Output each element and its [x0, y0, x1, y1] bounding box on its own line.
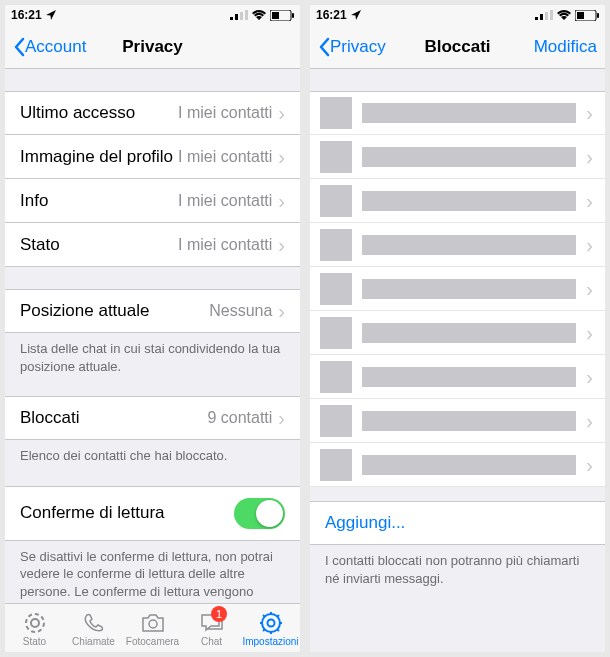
location-arrow-icon [351, 10, 361, 20]
back-button[interactable]: Privacy [318, 37, 386, 57]
svg-line-18 [263, 629, 265, 631]
chevron-right-icon: › [586, 455, 593, 475]
chevron-right-icon: › [278, 408, 285, 428]
blocked-contact-row[interactable]: › [310, 311, 605, 355]
name-placeholder [362, 455, 576, 475]
avatar-placeholder [320, 273, 352, 305]
avatar-placeholder [320, 361, 352, 393]
svg-rect-3 [245, 10, 248, 20]
svg-line-16 [263, 615, 265, 617]
blocked-contact-row[interactable]: › [310, 399, 605, 443]
chevron-left-icon [13, 37, 25, 57]
nav-bar: Privacy Bloccati Modifica [310, 25, 605, 69]
chevron-right-icon: › [278, 191, 285, 211]
avatar-placeholder [320, 229, 352, 261]
blocked-contact-row[interactable]: › [310, 135, 605, 179]
chevron-right-icon: › [586, 323, 593, 343]
battery-icon [575, 10, 599, 21]
blocked-list: ››››››››› [310, 91, 605, 487]
name-placeholder [362, 411, 576, 431]
tab-chats[interactable]: 1 Chat [182, 604, 241, 652]
add-contact-button[interactable]: Aggiungi... [310, 501, 605, 545]
tab-status[interactable]: Stato [5, 604, 64, 652]
blocked-contact-row[interactable]: › [310, 91, 605, 135]
avatar-placeholder [320, 405, 352, 437]
live-location-footer: Lista delle chat in cui stai condividend… [5, 333, 300, 382]
chevron-right-icon: › [278, 103, 285, 123]
tab-label: Chat [201, 636, 222, 647]
chevron-right-icon: › [586, 367, 593, 387]
signal-icon [535, 10, 553, 20]
camera-icon [140, 610, 166, 636]
back-button[interactable]: Account [13, 37, 86, 57]
svg-rect-6 [292, 13, 294, 18]
edit-button[interactable]: Modifica [534, 37, 597, 57]
row-read-receipts[interactable]: Conferme di lettura [5, 486, 300, 541]
chevron-right-icon: › [586, 235, 593, 255]
chevron-left-icon [318, 37, 330, 57]
battery-icon [270, 10, 294, 21]
cell-label: Immagine del profilo [20, 147, 178, 167]
tab-settings[interactable]: Impostazioni [241, 604, 300, 652]
content: ››››››››› Aggiungi... I contatti bloccat… [310, 69, 605, 652]
cell-label: Ultimo accesso [20, 103, 178, 123]
svg-rect-25 [577, 12, 584, 19]
cell-label: Bloccati [20, 408, 207, 428]
chevron-right-icon: › [586, 103, 593, 123]
gear-icon [259, 610, 283, 636]
blocked-contact-row[interactable]: › [310, 179, 605, 223]
name-placeholder [362, 191, 576, 211]
blocked-footer: Elenco dei contatti che hai bloccato. [5, 440, 300, 472]
wifi-icon [252, 10, 266, 20]
row-live-location[interactable]: Posizione attuale Nessuna › [5, 289, 300, 333]
svg-line-19 [277, 615, 279, 617]
row-blocked[interactable]: Bloccati 9 contatti › [5, 396, 300, 440]
status-time: 16:21 [11, 8, 42, 22]
status-bar: 16:21 [310, 5, 605, 25]
tab-calls[interactable]: Chiamate [64, 604, 123, 652]
blocked-contact-row[interactable]: › [310, 443, 605, 487]
svg-rect-23 [550, 10, 553, 20]
svg-point-9 [149, 620, 157, 628]
back-label: Account [25, 37, 86, 57]
avatar-placeholder [320, 185, 352, 217]
cell-label: Posizione attuale [20, 301, 209, 321]
row-last-seen[interactable]: Ultimo accesso I miei contatti › [5, 91, 300, 135]
blocked-contact-row[interactable]: › [310, 223, 605, 267]
svg-point-8 [31, 619, 39, 627]
svg-rect-26 [597, 13, 599, 18]
cell-value: I miei contatti [178, 236, 272, 254]
blocked-contact-row[interactable]: › [310, 267, 605, 311]
tab-label: Impostazioni [242, 636, 298, 647]
read-receipts-switch[interactable] [234, 498, 285, 529]
blocked-screen: 16:21 Privacy [310, 5, 605, 652]
name-placeholder [362, 235, 576, 255]
svg-rect-2 [240, 12, 243, 20]
cell-label: Info [20, 191, 178, 211]
chevron-right-icon: › [586, 411, 593, 431]
cell-value: I miei contatti [178, 104, 272, 122]
row-profile-photo[interactable]: Immagine del profilo I miei contatti › [5, 135, 300, 179]
avatar-placeholder [320, 317, 352, 349]
nav-bar: Account Privacy [5, 25, 300, 69]
row-about[interactable]: Info I miei contatti › [5, 179, 300, 223]
svg-rect-1 [235, 14, 238, 20]
svg-rect-0 [230, 17, 233, 20]
chevron-right-icon: › [278, 147, 285, 167]
name-placeholder [362, 103, 576, 123]
avatar-placeholder [320, 141, 352, 173]
cell-label: Stato [20, 235, 178, 255]
signal-icon [230, 10, 248, 20]
read-receipts-footer: Se disattivi le conferme di lettura, non… [5, 541, 300, 603]
blocked-contact-row[interactable]: › [310, 355, 605, 399]
svg-rect-20 [535, 17, 538, 20]
chevron-right-icon: › [586, 147, 593, 167]
tab-camera[interactable]: Fotocamera [123, 604, 182, 652]
svg-point-7 [26, 614, 44, 632]
location-arrow-icon [46, 10, 56, 20]
svg-line-17 [277, 629, 279, 631]
row-status[interactable]: Stato I miei contatti › [5, 223, 300, 267]
chevron-right-icon: › [278, 235, 285, 255]
chevron-right-icon: › [586, 191, 593, 211]
status-time: 16:21 [316, 8, 347, 22]
